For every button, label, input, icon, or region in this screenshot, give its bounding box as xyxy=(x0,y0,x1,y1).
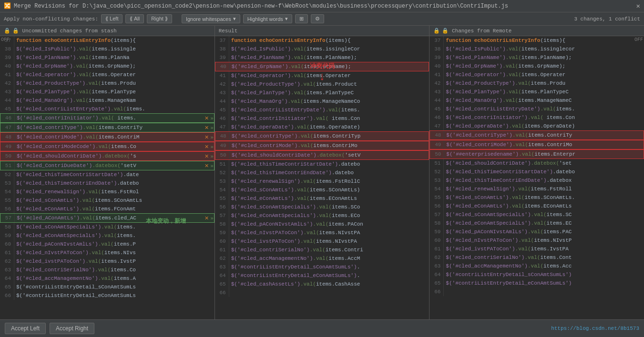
line-code: $('#cled_contriInitiator').val( items.Co… xyxy=(446,113,644,122)
line-number: 39 xyxy=(0,53,14,62)
table-row: 38 $('#cled_IsPublic').val(items.issingl… xyxy=(0,45,215,53)
table-row: 54 $('#cled_renewalSign').val(items.FstR… xyxy=(0,188,215,196)
accept-button[interactable]: » xyxy=(210,153,214,159)
line-number: 53 xyxy=(429,176,444,185)
line-code: $('#cled_contriListEntryDate').val(items… xyxy=(16,105,215,113)
line-code: $('#cled_ProductType').val(items.Produ xyxy=(16,79,215,88)
conflict-info: 3 changes, 1 conflict xyxy=(574,16,640,22)
table-row: 63 $('#cled_contriSerialNo').val(items.C… xyxy=(0,266,215,274)
line-code: $('#cled_accManagementNo').val(items.Acc xyxy=(446,262,644,270)
table-row: 59 $('#cled_eConAmtSpecialLs').val(items… xyxy=(0,231,215,240)
accept-button[interactable]: » xyxy=(210,125,214,130)
reject-button[interactable]: ✕ xyxy=(204,115,209,121)
line-code: $('#cled_sConAmtLs').val(items.SConAmtLs… xyxy=(446,193,644,202)
table-row: 42 $('#cled_ProductType').val(items.Prod… xyxy=(429,79,644,88)
highlight-dropdown-arrow-icon: ▾ xyxy=(285,16,288,22)
line-code: $('#cled_thisTimeContriEndDate').datebo xyxy=(16,179,215,188)
table-row: 41 $('#cled_operator').val(items.Operate… xyxy=(215,71,429,80)
middle-panel: 37function echoContriLsEntryInfo(items){… xyxy=(215,36,430,319)
line-number: 41 xyxy=(215,71,229,80)
line-number: 63 xyxy=(0,266,14,274)
line-code: function echoContriLsEntryInfo(items){ xyxy=(16,36,215,45)
table-row: 53 $('#cled_thisTimeContriEndDate').date… xyxy=(429,176,644,185)
line-code: $('##enterprisedename').val(items.Enterp… xyxy=(446,150,644,159)
accept-right-button[interactable]: Accept Right xyxy=(50,323,94,334)
settings-button[interactable]: ⚙ xyxy=(311,14,324,23)
table-row: 47 $('#cled_operaDate').val(items.OperaD… xyxy=(215,123,429,131)
line-number: 60 xyxy=(0,240,14,248)
line-code: $('#cled_sConAmtSpecialLs').val(items. xyxy=(16,223,215,231)
line-code: $('#cled_eConAmtSpecialLs').val(items.EC xyxy=(446,219,644,228)
middle-code-content[interactable]: 37function echoContriLsEntryInfo(items){… xyxy=(215,36,429,319)
toolbar: Apply non-conflicting changes: ⟪ Left ⟪ … xyxy=(0,12,644,26)
reject-button[interactable]: ✕ xyxy=(204,153,209,159)
middle-panel-title: Result xyxy=(219,28,238,34)
line-code: $('#cled_shouldContriDate').datebox('set… xyxy=(232,151,429,159)
line-code: $('#cled_PlanName').val(items.PlanNa xyxy=(16,53,215,62)
line-code: $('#cled_renewalSign').val(items.FstRol xyxy=(16,188,215,196)
line-number: 60 xyxy=(429,236,444,245)
grid-view-button[interactable]: ⊞ xyxy=(295,14,308,23)
reject-button[interactable]: ✕ xyxy=(204,134,209,140)
merge-actions: ✕» xyxy=(204,152,214,160)
ignore-whitespace-button[interactable]: Ignore whitespaces ▾ xyxy=(182,14,240,23)
line-number: 50 xyxy=(430,150,444,159)
line-code: $('#cled_contriInitiator').val( items. xyxy=(17,114,202,122)
accept-button[interactable]: » xyxy=(210,134,214,140)
line-code: $('#cled_contriSerialNo').val(items.Co xyxy=(16,266,215,274)
line-number: 54 xyxy=(215,186,229,194)
reject-button[interactable]: ✕ xyxy=(204,215,209,221)
line-code: $('#cled_operaDate').val(items.OperaDate… xyxy=(446,122,644,130)
table-row: 37function echoContriLsEntryInfo(items){ xyxy=(0,36,215,45)
line-number: 64 xyxy=(0,274,14,283)
table-row: 65 $('#contriListEntryDetail_eConAmtSumL… xyxy=(429,279,644,287)
table-row: 58 $('#cled_eConAmtSpecialLs').val(items… xyxy=(429,219,644,228)
apply-right-button[interactable]: Right ⟫ xyxy=(147,14,172,23)
right-code-content[interactable]: 37function echoContriLsEntryInfo(items){… xyxy=(429,36,644,319)
ignore-whitespace-label: Ignore whitespaces xyxy=(186,16,231,22)
highlight-words-button[interactable]: Highlight words ▾ xyxy=(243,14,292,23)
accept-button[interactable]: » xyxy=(210,115,214,121)
table-row: 56 $('#cled_sConAmtSpecialLs').val(items… xyxy=(215,203,429,211)
table-row: 38 $('#cled_IsPublic').val(items.issingl… xyxy=(429,45,644,53)
table-row: 39 $('#cled_PlanName').val(items.PlanNam… xyxy=(429,53,644,62)
line-code xyxy=(446,287,644,296)
table-row: 48 $('#cled_contriType').val(items.Contr… xyxy=(215,131,429,141)
line-number: 66 xyxy=(215,288,229,297)
table-row: 55 $('#cled_sConAmtLs').val(items.SConAm… xyxy=(0,196,215,205)
line-number: 47 xyxy=(215,123,229,131)
apply-left-button[interactable]: ⟪ Left xyxy=(101,14,123,23)
line-number: 48 xyxy=(215,132,230,140)
line-code: $('#cled_GrpName').val(items.GrpName); xyxy=(16,62,215,70)
left-panel-header: 🔒 🔒 Uncommitted changes from stash xyxy=(0,26,215,36)
table-row: 54 $('#cled_renewalSign').val(items.FstR… xyxy=(429,185,644,193)
line-code: $('#cled_ContriDueDate').datebox('setV xyxy=(17,161,202,170)
accept-left-button[interactable]: Accept Left xyxy=(5,323,46,334)
line-number: 46 xyxy=(215,114,229,123)
line-number: 52 xyxy=(429,168,444,176)
accept-button[interactable]: » xyxy=(210,163,214,168)
close-button[interactable]: ✕ xyxy=(636,2,640,10)
gear-icon: ⚙ xyxy=(315,16,320,22)
accept-button[interactable]: » xyxy=(210,215,214,221)
line-number: 49 xyxy=(0,142,15,151)
line-number: 58 xyxy=(215,220,229,228)
apply-all-button[interactable]: ⟪ All xyxy=(125,14,144,23)
reject-button[interactable]: ✕ xyxy=(204,144,209,150)
line-code: function echoContriLsEntryInfo(items){ xyxy=(446,36,644,45)
left-code-content[interactable]: 37function echoContriLsEntryInfo(items){… xyxy=(0,36,215,319)
line-number: 58 xyxy=(429,219,444,228)
line-code xyxy=(231,288,429,297)
merge-actions: ✕» xyxy=(204,123,214,132)
table-row: 57 $('#cled_eConAmtSpecialLs').val(items… xyxy=(215,211,429,220)
grid-icon: ⊞ xyxy=(299,16,304,22)
line-number: 38 xyxy=(215,45,229,53)
line-code: $('#cled_eConAmtSpecialLs').val(items. xyxy=(16,231,215,240)
table-row: 46 $('#cled_contriInitiator').val( items… xyxy=(0,113,215,123)
table-row: 53 $('#cled_renewalSign').val(items.FstR… xyxy=(215,177,429,186)
reject-button[interactable]: ✕ xyxy=(204,163,209,169)
reject-button[interactable]: ✕ xyxy=(204,125,209,131)
accept-button[interactable]: » xyxy=(210,144,214,149)
line-number: 60 xyxy=(215,237,229,246)
table-row: 49 $('#cled_contriModeCode').val(items.C… xyxy=(0,142,215,151)
